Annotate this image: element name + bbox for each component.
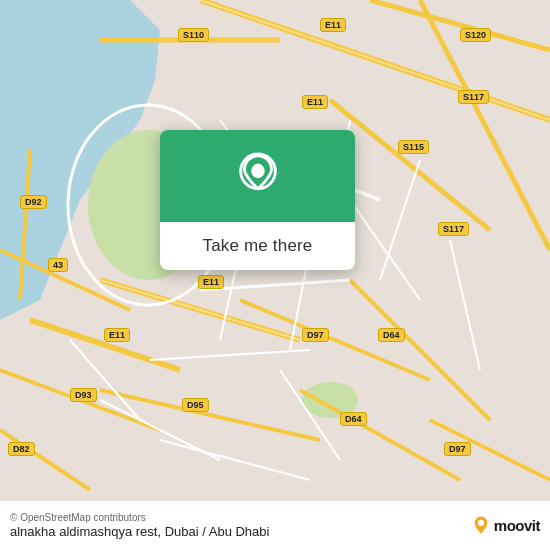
road-label-d82: D82	[8, 442, 35, 456]
road-label-d97-bot: D97	[444, 442, 471, 456]
road-label-s115: S115	[398, 140, 429, 154]
road-label-e11-lower2: E11	[104, 328, 130, 342]
road-label-s117-mid: S117	[438, 222, 469, 236]
moovit-pin-icon	[471, 515, 491, 537]
road-label-d95: D95	[182, 398, 209, 412]
road-label-d64-bot: D64	[340, 412, 367, 426]
road-label-d92: D92	[20, 195, 47, 209]
road-label-s120: S120	[460, 28, 491, 42]
svg-point-38	[252, 164, 264, 176]
map-container: E11 S110 S120 S117 E11 S115 D92 S117 43 …	[0, 0, 550, 500]
tooltip-card-bottom: Take me there	[160, 222, 355, 270]
svg-point-39	[478, 519, 484, 525]
place-name: alnakha aldimashqya rest, Dubai / Abu Dh…	[10, 524, 463, 539]
road-label-e11-lower: E11	[198, 275, 224, 289]
road-label-d64-top: D64	[378, 328, 405, 342]
bottom-bar: © OpenStreetMap contributors alnakha ald…	[0, 500, 550, 550]
road-label-s117-top: S117	[458, 90, 489, 104]
road-label-d97: D97	[302, 328, 329, 342]
take-me-there-button[interactable]: Take me there	[170, 236, 345, 256]
road-label-43: 43	[48, 258, 68, 272]
road-label-e11-mid: E11	[302, 95, 328, 109]
location-pin-icon	[236, 152, 280, 204]
road-label-e11-top: E11	[320, 18, 346, 32]
tooltip-card: Take me there	[160, 130, 355, 270]
tooltip-card-top	[160, 130, 355, 222]
road-label-d93: D93	[70, 388, 97, 402]
road-label-s110: S110	[178, 28, 209, 42]
moovit-logo: moovit	[471, 515, 540, 537]
osm-credit: © OpenStreetMap contributors	[10, 512, 463, 523]
moovit-text: moovit	[494, 517, 540, 534]
